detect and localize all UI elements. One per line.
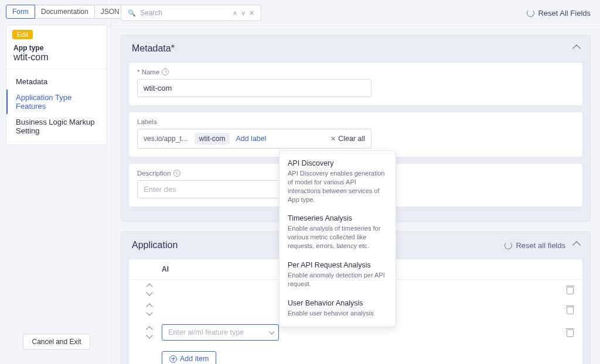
dropdown-item-timeseries[interactable]: Timeseries Analysis Enable analysis of t… [279,210,396,256]
clear-all-labels-button[interactable]: ✕ Clear all [330,135,365,143]
reset-all-label: Reset All Fields [538,9,591,18]
move-down-icon[interactable] [146,289,152,296]
add-item-button[interactable]: Add item [162,351,216,364]
info-icon[interactable]: ? [173,170,180,177]
tab-form[interactable]: Form [6,5,35,19]
sidebar-tabs: Form Documentation JSON [6,5,107,19]
dropdown-item-desc: API Discovery enables generation of mode… [288,169,387,204]
close-icon: ✕ [330,135,336,143]
sidebar-item-blms[interactable]: Business Logic Markup Setting [6,114,107,139]
name-input[interactable] [137,79,371,97]
topbar: 🔍 ∧ ∨ ✕ Reset All Fields [111,0,600,26]
sidebar-nav: Metadata Application Type Features Busin… [6,68,107,139]
search-icon: 🔍 [126,9,138,17]
labels-label: Labels [137,118,574,125]
dropdown-item-desc: Enable anomaly detection per API request… [288,271,387,289]
label-value-chip[interactable]: wtit-com [195,133,230,145]
dropdown-item-title: Per API Request Analysis [288,261,387,269]
app-type-label: App type [6,39,107,52]
features-title: Application [132,240,178,250]
delete-row-button[interactable] [566,305,574,314]
feature-type-select[interactable]: Enter ai/ml feature type [162,324,279,341]
dropdown-item-title: User Behavior Analysis [288,299,387,307]
move-down-icon[interactable] [146,332,152,338]
reset-all-fields-button[interactable]: Reset All Fields [527,9,591,18]
reset-section-button[interactable]: Reset all fields [504,241,565,250]
tab-documentation[interactable]: Documentation [35,5,95,19]
dropdown-item-user-behavior[interactable]: User Behavior Analysis Enable user behav… [279,294,396,324]
delete-row-button[interactable] [566,328,574,337]
sidebar: Form Documentation JSON Edit App type wt… [0,0,111,364]
sidebar-item-features[interactable]: Application Type Features [6,90,107,114]
edit-badge: Edit [12,30,33,39]
metadata-panel-header: Metadata* [121,35,590,60]
info-icon[interactable]: ? [162,68,169,75]
dropdown-item-api-discovery[interactable]: API Discovery API Discovery enables gene… [279,154,396,210]
content: Metadata* * Name ? Labels [111,26,600,364]
sidebar-footer: Cancel and Exit [6,328,107,359]
reset-icon [527,9,534,17]
metadata-title: Metadata* [132,43,175,54]
plus-icon [169,355,177,363]
name-field-card: * Name ? [128,62,583,106]
app-type-value: wtit-com [6,52,107,68]
labels-row: ves.io/app_t… wtit-com Add label ✕ Clear… [137,129,371,149]
dropdown-item-title: Timeseries Analysis [288,214,387,222]
search-input[interactable] [138,8,231,18]
sidebar-item-metadata[interactable]: Metadata [6,74,107,90]
sidebar-card: Edit App type wtit-com Metadata Applicat… [6,25,107,145]
metadata-collapse-icon[interactable] [572,44,581,53]
add-item-row: Add item [129,345,582,364]
label-key-chip[interactable]: ves.io/app_t… [144,135,189,143]
main: 🔍 ∧ ∨ ✕ Reset All Fields Metadata* [111,0,600,364]
reset-icon [504,242,512,249]
dropdown-item-per-api[interactable]: Per API Request Analysis Enable anomaly … [279,256,396,294]
chevron-down-icon [269,329,275,335]
dropdown-item-title: API Discovery [288,159,387,167]
name-label: * Name ? [137,68,574,75]
move-down-icon[interactable] [146,309,152,315]
search-next-icon[interactable]: ∨ [239,9,247,17]
cancel-exit-button[interactable]: Cancel and Exit [23,334,90,350]
search-wrap: 🔍 ∧ ∨ ✕ [121,5,261,21]
search-clear-icon[interactable]: ✕ [247,9,256,17]
search-prev-icon[interactable]: ∧ [231,9,239,17]
add-label-link[interactable]: Add label [236,135,266,143]
dropdown-item-desc: Enable analysis of timeseries for variou… [288,224,387,250]
dropdown-item-desc: Enable user behavior analysis [288,309,387,318]
delete-row-button[interactable] [566,286,574,294]
feature-type-dropdown: API Discovery API Discovery enables gene… [279,150,396,327]
select-placeholder: Enter ai/ml feature type [168,328,244,336]
features-collapse-icon[interactable] [572,241,581,249]
